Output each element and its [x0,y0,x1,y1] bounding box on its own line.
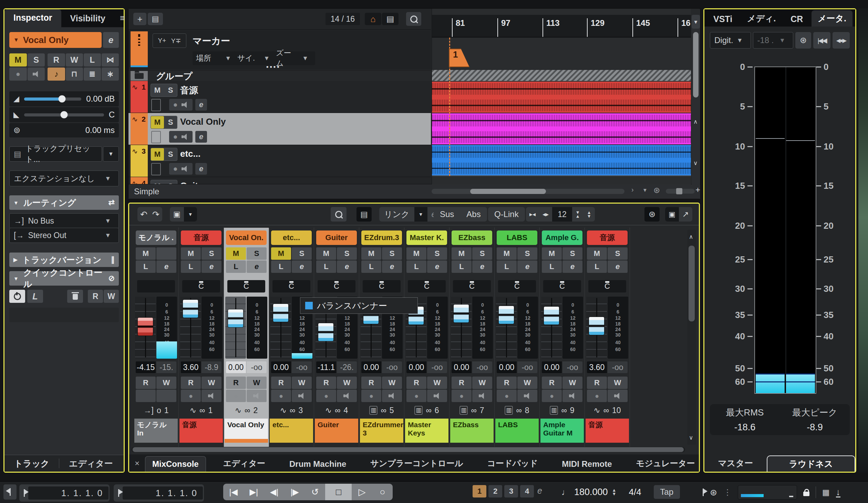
channel-mute-button[interactable]: M [542,247,562,260]
fader-handle[interactable] [273,304,289,322]
tap-tempo-button[interactable]: Tap [654,485,680,499]
marker-locate-dropdown[interactable]: 場所▼ [193,51,238,65]
mixer-channel[interactable]: EZdrum.3 M S L e C [359,228,404,448]
more-options-icon[interactable]: ⋮ [723,487,732,497]
channel-search-button[interactable] [331,207,347,222]
fader-handle[interactable] [137,317,153,336]
track-mute-button[interactable]: M [151,148,164,161]
track-mute-button[interactable]: M [151,116,164,129]
monitor-button[interactable] [292,390,312,402]
time-signature-value[interactable]: 4/4 [629,487,641,497]
record-enable-button[interactable]: ● [226,390,246,402]
qc-write-button[interactable]: W [104,290,119,303]
fader-track[interactable] [541,297,562,359]
play-button[interactable]: ▷ [352,486,372,497]
undo-icon[interactable]: ↶ [140,209,147,219]
punch-in-flag-button[interactable] [3,484,17,500]
pan-control[interactable]: C [453,280,491,292]
lower-zone-tab[interactable]: MIDI Remote [555,456,619,472]
marker-flag-icon[interactable] [703,489,704,496]
channel-edit-button[interactable]: e [472,260,492,273]
channel-mute-button[interactable]: M [136,247,156,260]
record-button[interactable]: ○ [372,487,393,497]
read-button[interactable]: R [497,377,517,389]
fader-handle[interactable] [228,309,244,328]
solo-button[interactable]: S [28,53,45,66]
write-button[interactable]: W [337,377,357,389]
peak-value[interactable]: -26. [337,361,357,373]
link-button[interactable]: リンク [379,209,414,220]
channel-name-tag[interactable]: 音源 [181,230,221,245]
audio-event-blue[interactable] [432,145,691,175]
channel-bottom-label[interactable]: EZdrummer 3 [360,419,403,443]
track-name[interactable]: 音源 [180,84,198,96]
qc-learn-button[interactable]: L [27,290,43,303]
max-rms-value[interactable]: -18.6 [710,422,780,433]
scroll-down-icon[interactable]: ∨ [689,434,693,441]
link-dropdown[interactable]: ▼ [414,207,427,222]
write-button[interactable]: W [517,377,537,389]
monitor-button[interactable] [182,134,188,140]
group-track-lane[interactable] [432,70,691,81]
track-edit-button[interactable]: e [195,99,207,111]
pan-control[interactable]: C [318,280,355,292]
qc-empty-slot[interactable] [9,308,119,322]
input-bus-select[interactable]: →] No Bus ▼ [9,213,119,228]
write-button[interactable]: W [247,377,267,389]
marker-track-header[interactable]: Y+ Y∓ マーカー 場所▼ サイ.▼ ズーム▼ ▪▪▪▪ [128,30,431,69]
peak-value[interactable]: -oo [427,361,447,373]
record-enable-button[interactable]: ● [587,390,607,402]
tab-editor[interactable]: エディター [59,458,122,469]
peak-value[interactable]: -oo [247,361,267,373]
qc-power-button[interactable] [9,290,25,303]
channel-edit-button[interactable]: e [517,260,537,273]
fader-track[interactable] [586,297,607,359]
read-button[interactable]: R [226,377,246,389]
marker-jump-button[interactable]: 2 [488,485,502,497]
widen-channels-icon[interactable]: ◂▸ [539,211,552,218]
output-bus-select[interactable]: [→ Stereo Out ▼ [9,228,119,243]
write-button[interactable]: W [382,377,402,389]
channel-listen-button[interactable]: L [497,260,517,273]
add-marker-button[interactable]: Y+ [158,37,166,44]
channel-edit-button[interactable]: e [562,260,582,273]
fader-handle[interactable] [589,317,604,335]
zoom-preset-dropdown[interactable]: ▼ [642,187,648,193]
channel-bottom-label[interactable]: LABS [495,419,539,443]
peak-value[interactable]: -oo [562,361,582,373]
channel-bottom-label[interactable]: etc... [270,419,313,443]
record-enable-button[interactable]: ● [173,132,178,141]
rewind-button[interactable]: ◀| [264,487,285,497]
mixer-channel[interactable]: Guiter M S L e C [314,228,359,448]
read-button[interactable]: R [361,377,381,389]
right-locator-value[interactable]: 1. 1. 1. 0 [123,486,203,500]
vscroll-thumb[interactable] [689,246,695,321]
channel-name-tag[interactable]: EZdrum.3 [361,230,402,245]
monitor-button[interactable] [562,390,582,402]
channel-bottom-label[interactable]: 音源 [179,419,223,443]
hscroll-thumb[interactable] [133,447,684,452]
fader-handle[interactable] [544,306,559,325]
read-automation-button[interactable]: R [48,53,65,66]
volume-value[interactable]: 0.00 [497,361,517,373]
channel-listen-button[interactable]: L [406,260,426,273]
record-enable-button[interactable]: ● [406,390,426,402]
channel-mute-button[interactable]: M [452,247,472,260]
track-preset-button[interactable]: ▤ [148,13,163,25]
freeze-icon[interactable]: ∗ [102,68,119,81]
fit-channels-icon[interactable]: ▼▲ [572,211,583,218]
channel-bottom-label[interactable]: Ample Guitar M [540,419,584,443]
meter-offset-select[interactable]: -18 .▼ [753,32,793,49]
read-button[interactable]: R [587,377,607,389]
track-preset-select[interactable]: ▤ トラックプリセット... [9,146,102,162]
channel-listen-button[interactable]: L [181,260,201,273]
channel-name-tag[interactable]: LABS [497,230,537,245]
monitor-button[interactable] [247,390,267,402]
mixer-channel[interactable]: LABS M S L e C [495,228,540,448]
channel-solo-button[interactable]: S [247,247,267,260]
scroll-down-icon[interactable]: ∨ [693,160,698,167]
channel-edit-button[interactable]: e [608,260,628,273]
record-enable-button[interactable]: ● [181,390,201,402]
qc-trash-button[interactable] [67,290,83,303]
write-button[interactable]: W [562,377,582,389]
